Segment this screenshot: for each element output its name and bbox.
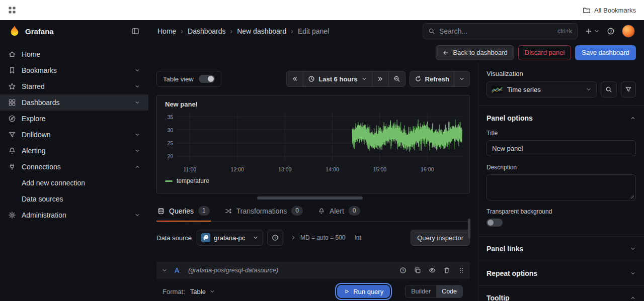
- bell-icon: [318, 208, 325, 215]
- delete-query-trash-icon[interactable]: [443, 267, 450, 274]
- gear-icon: [8, 211, 16, 219]
- format-select[interactable]: Table: [190, 288, 215, 295]
- discard-panel-button[interactable]: Discard panel: [518, 45, 572, 60]
- query-datasource-subtitle: (grafana-postgresql-datasource): [188, 267, 278, 274]
- editor-mode-builder[interactable]: Builder: [406, 285, 436, 297]
- question-circle-icon: ?: [272, 234, 279, 241]
- query-options-summary[interactable]: MD = auto = 500 Int: [300, 234, 407, 241]
- drilldown-icon: [8, 131, 16, 139]
- time-range-picker[interactable]: Last 6 hours: [303, 71, 372, 87]
- sidebar-item-bookmarks[interactable]: Bookmarks: [0, 62, 148, 78]
- chevron-down-icon: [209, 288, 215, 294]
- filter-options-button[interactable]: [621, 81, 636, 97]
- sidebar-item-connections[interactable]: Connections: [0, 159, 148, 175]
- chevron-down-icon: [134, 67, 140, 73]
- help-icon[interactable]: ?: [607, 27, 615, 35]
- breadcrumb-new-dashboard[interactable]: New dashboard: [237, 27, 286, 35]
- panel-title[interactable]: New panel: [162, 98, 464, 110]
- bookmark-icon: [8, 66, 16, 74]
- sidebar-item-data-sources[interactable]: Data sources: [0, 191, 148, 207]
- table-view-toggle[interactable]: [199, 75, 215, 83]
- sidebar-item-drilldown[interactable]: Drilldown: [0, 127, 148, 143]
- apps-grid-icon[interactable]: [8, 6, 16, 14]
- sidebar-nav: Home Bookmarks Starred Dashboards: [0, 42, 148, 223]
- svg-text:15:00: 15:00: [373, 166, 387, 172]
- horizontal-scrollbar-thumb[interactable]: [257, 196, 363, 199]
- panel-edit-area: Table view Last 6 hours: [148, 63, 478, 301]
- time-shift-back-button[interactable]: [286, 71, 303, 87]
- duplicate-query-icon[interactable]: [414, 267, 421, 274]
- chevron-down-icon: [134, 83, 140, 89]
- tab-alert[interactable]: Alert 0: [317, 202, 361, 221]
- chevron-up-icon: [630, 295, 636, 301]
- refresh-button[interactable]: Refresh: [410, 71, 454, 87]
- clock-icon: [308, 75, 315, 82]
- sidebar-item-label: Add new connection: [22, 179, 85, 187]
- sidebar-item-dashboards[interactable]: Dashboards: [0, 94, 148, 111]
- time-shift-forward-button[interactable]: [372, 71, 389, 87]
- query-options-expander[interactable]: [290, 235, 296, 241]
- hide-query-eye-icon[interactable]: [429, 267, 436, 274]
- all-bookmarks[interactable]: All Bookmarks: [583, 6, 636, 14]
- tab-queries[interactable]: Queries 1: [156, 202, 211, 221]
- query-help-icon[interactable]: ?: [399, 267, 407, 274]
- browser-bookmarks-bar: All Bookmarks: [0, 0, 644, 20]
- sidebar-item-starred[interactable]: Starred: [0, 78, 148, 94]
- tab-transformations-label: Transformations: [236, 207, 287, 215]
- breadcrumb-home[interactable]: Home: [157, 27, 176, 35]
- zoom-out-time-button[interactable]: [388, 71, 406, 87]
- description-field-label: Description: [487, 164, 636, 171]
- datasource-value: grafana-pc: [214, 234, 249, 242]
- back-to-dashboard-label: Back to dashboard: [453, 49, 507, 56]
- search-options-button[interactable]: [601, 81, 617, 97]
- section-tooltip[interactable]: Tooltip: [487, 294, 636, 301]
- datasource-help-button[interactable]: ?: [267, 230, 283, 246]
- dock-sidebar-toggle[interactable]: [131, 27, 139, 35]
- star-icon: [8, 82, 16, 90]
- panel-title-input[interactable]: [487, 140, 636, 156]
- search-input[interactable]: [439, 27, 553, 35]
- query-section-tabs: Queries 1 Transformations 0 Alert 0: [156, 202, 470, 222]
- transparent-background-toggle[interactable]: [487, 219, 503, 227]
- sidebar-item-alerting[interactable]: Alerting: [0, 143, 148, 159]
- breadcrumb-separator: ›: [291, 27, 293, 35]
- save-dashboard-label: Save dashboard: [582, 49, 629, 56]
- datasource-picker[interactable]: grafana-pc: [197, 230, 263, 246]
- global-search[interactable]: ctrl+k: [423, 23, 578, 39]
- save-dashboard-button[interactable]: Save dashboard: [575, 45, 636, 60]
- tab-transformations[interactable]: Transformations 0: [224, 202, 304, 221]
- svg-text:20: 20: [167, 153, 173, 159]
- svg-text:12:00: 12:00: [231, 166, 245, 172]
- refresh-interval-dropdown[interactable]: [454, 71, 470, 87]
- sidebar-item-administration[interactable]: Administration: [0, 207, 148, 223]
- drag-handle-icon[interactable]: [458, 267, 465, 274]
- new-menu-button[interactable]: [585, 27, 600, 35]
- visualization-picker[interactable]: Time series: [487, 81, 597, 97]
- back-to-dashboard-button[interactable]: Back to dashboard: [436, 45, 514, 60]
- collapse-query-icon[interactable]: [162, 267, 168, 273]
- section-panel-links[interactable]: Panel links: [487, 245, 636, 253]
- max-datapoints-summary: MD = auto = 500: [300, 234, 345, 241]
- time-series-chart[interactable]: 2025303511:0012:0013:0014:0015:0016:00: [162, 110, 464, 174]
- funnel-icon: [625, 86, 632, 93]
- title-field-label: Title: [487, 130, 636, 137]
- sidebar-item-home[interactable]: Home: [0, 46, 148, 62]
- editor-mode-code[interactable]: Code: [436, 285, 462, 297]
- sidebar-item-explore[interactable]: Explore: [0, 111, 148, 127]
- breadcrumb-dashboards[interactable]: Dashboards: [188, 27, 226, 35]
- run-query-button[interactable]: Run query: [337, 285, 390, 298]
- user-avatar[interactable]: [622, 25, 635, 38]
- sidebar-item-add-new-connection[interactable]: Add new connection: [0, 175, 148, 191]
- query-inspector-button[interactable]: Query inspector: [411, 230, 470, 246]
- section-repeat-options[interactable]: Repeat options: [487, 269, 636, 277]
- panel-description-textarea[interactable]: [487, 174, 636, 200]
- time-series-viz-icon: [492, 86, 503, 93]
- all-bookmarks-label: All Bookmarks: [594, 7, 636, 14]
- svg-text:13:00: 13:00: [278, 166, 292, 172]
- sidebar-header: Grafana: [0, 20, 148, 42]
- top-navigation-bar: Home › Dashboards › New dashboard › Edit…: [148, 20, 644, 42]
- query-ref-id[interactable]: A: [175, 266, 179, 274]
- vertical-scrollbar-thumb[interactable]: [468, 219, 470, 239]
- legend-series-label[interactable]: temperature: [177, 177, 209, 184]
- section-panel-options[interactable]: Panel options: [487, 114, 636, 122]
